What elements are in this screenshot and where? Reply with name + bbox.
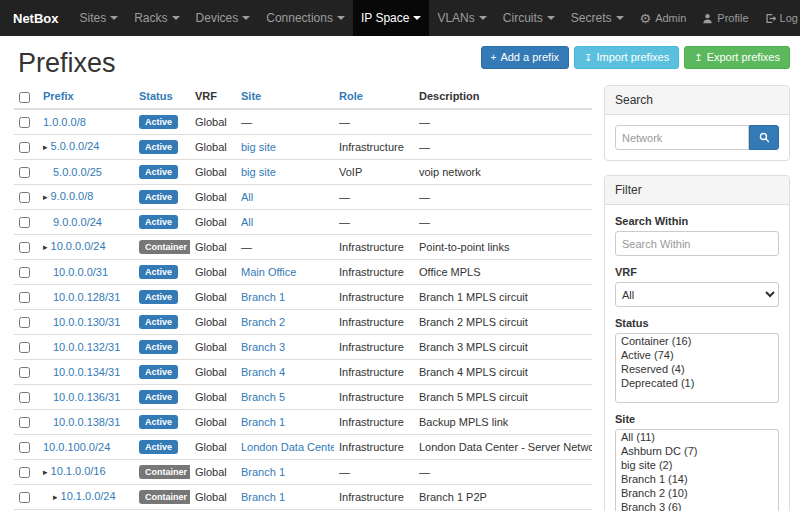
app-logo[interactable]: NetBox	[0, 0, 72, 36]
status-option[interactable]: Deprecated (1)	[616, 376, 778, 390]
nav-item[interactable]: Secrets	[563, 0, 632, 36]
export-prefixes-button[interactable]: ↥ Export prefixes	[684, 46, 790, 69]
prefix-link[interactable]: 9.0.0.0/24	[53, 216, 102, 228]
site-link[interactable]: big site	[241, 141, 276, 153]
select-all-checkbox[interactable]	[19, 92, 30, 103]
search-within-input[interactable]	[615, 231, 779, 256]
prefix-link[interactable]: 10.0.0.0/31	[53, 266, 108, 278]
search-panel-title: Search	[605, 86, 789, 115]
admin-link[interactable]: ⚙ Admin	[632, 0, 695, 36]
sort-status-header[interactable]: Status	[139, 90, 173, 102]
nav-item-label: Secrets	[571, 11, 612, 25]
table-row: 10.0.0.134/31 Active Global Branch 4 Inf…	[14, 360, 592, 385]
vrf-cell: Global	[190, 360, 236, 385]
row-select-checkbox[interactable]	[19, 167, 30, 178]
site-option[interactable]: Ashburn DC (7)	[616, 444, 778, 458]
site-link[interactable]: Branch 1	[241, 466, 285, 478]
status-badge: Container	[139, 490, 190, 504]
prefix-link[interactable]: 10.1.0.0/16	[51, 465, 106, 477]
site-link[interactable]: Branch 3	[241, 341, 285, 353]
search-button[interactable]	[749, 125, 779, 150]
nav-item[interactable]: Sites	[72, 0, 127, 36]
logout-icon	[765, 13, 776, 24]
site-filter-listbox[interactable]: All (11)Ashburn DC (7)big site (2)Branch…	[615, 429, 779, 511]
status-option[interactable]: Container (16)	[616, 334, 778, 348]
site-filter-label: Site	[615, 413, 779, 425]
site-option[interactable]: big site (2)	[616, 458, 778, 472]
nav-item[interactable]: Racks	[126, 0, 187, 36]
sort-prefix-header[interactable]: Prefix	[43, 90, 74, 102]
prefix-link[interactable]: 5.0.0.0/24	[51, 140, 100, 152]
row-select-checkbox[interactable]	[19, 467, 30, 478]
add-prefix-button[interactable]: + Add a prefix	[481, 46, 570, 69]
site-option[interactable]: All (11)	[616, 430, 778, 444]
site-link[interactable]: Branch 2	[241, 316, 285, 328]
row-select-checkbox[interactable]	[19, 242, 30, 253]
table-row: 10.0.0.138/31 Active Global Branch 1 Inf…	[14, 410, 592, 435]
vrf-cell: Global	[190, 235, 236, 260]
site-option[interactable]: Branch 1 (14)	[616, 472, 778, 486]
profile-link[interactable]: Profile	[694, 0, 756, 36]
site-link[interactable]: All	[241, 216, 253, 228]
role-cell: Infrastructure	[334, 485, 414, 510]
row-select-checkbox[interactable]	[19, 442, 30, 453]
site-option[interactable]: Branch 2 (10)	[616, 486, 778, 500]
prefix-link[interactable]: 5.0.0.0/25	[53, 166, 102, 178]
description-cell: Branch 2 MPLS circuit	[414, 310, 592, 335]
row-select-checkbox[interactable]	[19, 217, 30, 228]
site-link[interactable]: Branch 1	[241, 291, 285, 303]
prefix-link[interactable]: 10.0.0.134/31	[53, 366, 120, 378]
row-select-checkbox[interactable]	[19, 192, 30, 203]
status-option[interactable]: Reserved (4)	[616, 362, 778, 376]
site-link[interactable]: big site	[241, 166, 276, 178]
sort-role-header[interactable]: Role	[339, 90, 363, 102]
row-select-checkbox[interactable]	[19, 417, 30, 428]
prefix-link[interactable]: 1.0.0.0/8	[43, 116, 86, 128]
prefix-link[interactable]: 9.0.0.0/8	[51, 190, 94, 202]
status-badge: Active	[139, 440, 178, 454]
site-option[interactable]: Branch 3 (6)	[616, 500, 778, 511]
nav-item[interactable]: IP Space	[353, 0, 429, 36]
prefix-link[interactable]: 10.0.0.132/31	[53, 341, 120, 353]
site-link[interactable]: Branch 5	[241, 391, 285, 403]
prefix-link[interactable]: 10.0.0.128/31	[53, 291, 120, 303]
row-select-checkbox[interactable]	[19, 342, 30, 353]
site-link[interactable]: London Data Center	[241, 441, 334, 453]
site-link[interactable]: Branch 1	[241, 416, 285, 428]
site-link[interactable]: Main Office	[241, 266, 296, 278]
row-select-checkbox[interactable]	[19, 142, 30, 153]
logout-link[interactable]: Log out	[757, 0, 800, 36]
nav-item-label: IP Space	[361, 11, 409, 25]
vrf-cell: Global	[190, 410, 236, 435]
prefix-link[interactable]: 10.0.0.138/31	[53, 416, 120, 428]
vrf-filter-select[interactable]: All	[615, 282, 779, 307]
status-filter-listbox[interactable]: Container (16)Active (74)Reserved (4)Dep…	[615, 333, 779, 403]
row-select-checkbox[interactable]	[19, 392, 30, 403]
site-link[interactable]: All	[241, 191, 253, 203]
prefix-link[interactable]: 10.1.0.0/24	[61, 490, 116, 502]
row-select-checkbox[interactable]	[19, 492, 30, 503]
prefix-link[interactable]: 10.0.0.0/24	[51, 240, 106, 252]
description-cell: —	[414, 185, 592, 210]
row-select-checkbox[interactable]	[19, 117, 30, 128]
search-input[interactable]	[615, 125, 749, 150]
site-link[interactable]: Branch 4	[241, 366, 285, 378]
site-link[interactable]: Branch 1	[241, 491, 285, 503]
table-row: 9.0.0.0/24 Active Global All — —	[14, 210, 592, 235]
nav-item[interactable]: Connections	[258, 0, 353, 36]
nav-item[interactable]: VLANs	[429, 0, 494, 36]
prefix-link[interactable]: 10.0.100.0/24	[43, 441, 110, 453]
role-cell: Infrastructure	[334, 260, 414, 285]
nav-item[interactable]: Devices	[188, 0, 259, 36]
sort-site-header[interactable]: Site	[241, 90, 261, 102]
row-select-checkbox[interactable]	[19, 267, 30, 278]
status-option[interactable]: Active (74)	[616, 348, 778, 362]
plus-icon: +	[491, 53, 497, 63]
row-select-checkbox[interactable]	[19, 367, 30, 378]
row-select-checkbox[interactable]	[19, 317, 30, 328]
prefix-link[interactable]: 10.0.0.136/31	[53, 391, 120, 403]
row-select-checkbox[interactable]	[19, 292, 30, 303]
nav-item[interactable]: Circuits	[495, 0, 563, 36]
prefix-link[interactable]: 10.0.0.130/31	[53, 316, 120, 328]
import-prefixes-button[interactable]: ↧ Import prefixes	[574, 46, 679, 69]
